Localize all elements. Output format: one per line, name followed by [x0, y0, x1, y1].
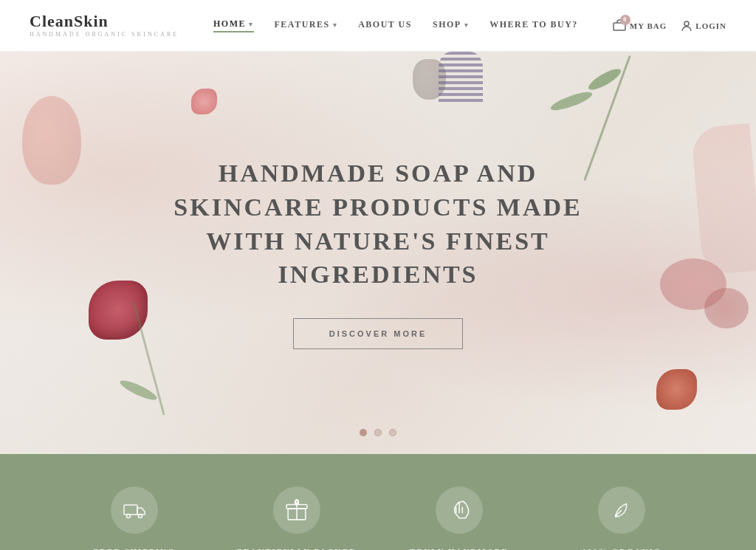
- logo-tagline: HANDMADE ORGANIC SKINCARE: [30, 32, 179, 38]
- site-header: CleanSkin HANDMADE ORGANIC SKINCARE HOME…: [0, 0, 756, 52]
- chevron-down-icon: ▾: [249, 21, 254, 28]
- bag-count: 0: [620, 15, 630, 25]
- chevron-down-icon: ▾: [464, 21, 470, 29]
- free-shipping-title: FREE SHIPPING: [68, 547, 201, 550]
- feature-organic: 100% ORGANIC Our soap is free of anythin…: [540, 487, 703, 550]
- organic-title: 100% ORGANIC: [555, 547, 688, 550]
- deco-rose-right: [656, 369, 697, 410]
- nav-home[interactable]: HOME ▾: [213, 18, 254, 32]
- login-button[interactable]: LOGIN: [681, 20, 726, 32]
- svg-rect-2: [124, 505, 137, 515]
- deco-bottle-left: [22, 96, 81, 185]
- bag-icon-wrap: 0: [613, 19, 626, 32]
- discover-more-button[interactable]: DISCOVER MORE: [293, 318, 464, 349]
- truly-handmade-icon-circle: [436, 487, 483, 534]
- chevron-down-icon: ▾: [333, 21, 338, 29]
- hero-dots: [360, 429, 396, 436]
- svg-point-4: [139, 515, 142, 518]
- hero-section: HANDMADE SOAP AND SKINCARE PRODUCTS MADE…: [0, 52, 756, 454]
- hand-icon: [448, 499, 470, 521]
- bag-label: MY BAG: [630, 21, 667, 30]
- organic-icon-circle: [598, 487, 645, 534]
- nav-about[interactable]: ABOUT US: [358, 19, 412, 32]
- logo-skin: Skin: [74, 12, 109, 30]
- feature-truly-handmade: TRULY HANDMADE Everything in our shop is…: [378, 487, 540, 550]
- logo-text: CleanSkin: [30, 13, 179, 30]
- feature-free-shipping: FREE SHIPPING Our products are available…: [53, 487, 216, 550]
- main-nav: HOME ▾ FEATURES ▾ ABOUT US SHOP ▾ WHERE …: [213, 18, 578, 32]
- nav-features[interactable]: FEATURES ▾: [275, 19, 338, 32]
- deco-flower-left: [89, 281, 148, 340]
- hero-dot-2[interactable]: [374, 429, 382, 436]
- nav-shop[interactable]: SHOP ▾: [433, 19, 469, 32]
- hero-content: HANDMADE SOAP AND SKINCARE PRODUCTS MADE…: [171, 157, 585, 350]
- truly-handmade-title: TRULY HANDMADE: [393, 547, 526, 550]
- hero-title: HANDMADE SOAP AND SKINCARE PRODUCTS MADE…: [171, 157, 585, 292]
- bag-button[interactable]: 0 MY BAG: [613, 19, 667, 32]
- truck-icon: [123, 499, 145, 521]
- deco-lavender: [439, 52, 483, 103]
- deco-glass-right2: [704, 288, 749, 329]
- nav-where-to-buy[interactable]: WHERE TO BUY?: [489, 19, 578, 32]
- leaf-icon: [611, 499, 633, 521]
- beautifully-packed-icon-circle: [273, 487, 320, 534]
- gift-icon: [286, 499, 308, 521]
- logo-clean: Clean: [30, 12, 74, 30]
- logo[interactable]: CleanSkin HANDMADE ORGANIC SKINCARE: [30, 13, 179, 38]
- hero-dot-1[interactable]: [360, 429, 367, 436]
- feature-beautifully-packed: BEAUTIFULLY PACKED Each product is gentl…: [216, 487, 378, 550]
- header-actions: 0 MY BAG LOGIN: [613, 19, 726, 32]
- svg-point-1: [684, 21, 689, 26]
- features-section: FREE SHIPPING Our products are available…: [0, 454, 756, 550]
- beautifully-packed-title: BEAUTIFULLY PACKED: [230, 547, 363, 550]
- login-label: LOGIN: [695, 21, 726, 30]
- user-icon: [681, 20, 692, 32]
- svg-point-3: [127, 515, 131, 518]
- free-shipping-icon-circle: [111, 487, 158, 534]
- deco-rose-small: [191, 89, 217, 114]
- hero-dot-3[interactable]: [389, 429, 396, 436]
